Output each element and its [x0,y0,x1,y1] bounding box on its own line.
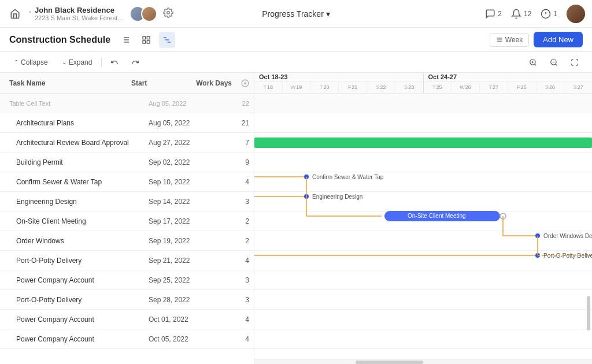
add-new-button[interactable]: Add New [534,32,583,47]
table-row[interactable]: Power Company Account Oct 01, 2022 4 [0,310,254,329]
task-start-cell: Sep 02, 2022 [144,158,208,166]
task-days-cell: 21 [208,119,254,127]
project-address: 2223 S Main St, Wake Forest... [35,14,123,21]
task-table-header: Task Name Start Work Days [0,73,254,94]
task-name-cell: Confirm Sewer & Water Tap [0,178,144,186]
collapse-button[interactable]: ⌃ Collapse [9,57,53,68]
task-days-cell: 2 [208,217,254,225]
main-content: Task Name Start Work Days Table Cell Tex… [0,73,592,364]
gantt-week-labels: Oct 18-23 Oct 24-27 [254,73,592,82]
task-panel: Task Name Start Work Days Table Cell Tex… [0,73,254,364]
page-title: Construction Schedule [9,35,110,45]
gantt-day-labels: T18 W19 T20 F21 S22 S23 T25 W26 T27 F25 … [254,82,592,93]
week-label-1: Oct 18-23 [254,73,424,81]
task-name-cell: Power Company Account [0,276,144,284]
day-col: T20 [311,82,339,93]
comments-button[interactable]: 2 [485,9,502,19]
task-days-cell: 7 [208,139,254,147]
expand-button[interactable]: ⌄ Expand [57,57,97,68]
notifications-button[interactable]: 12 [511,9,531,19]
table-row[interactable]: Architectural Plans Aug 05, 2022 21 [0,113,254,133]
progress-tracker-button[interactable]: Progress Tracker ▾ [257,7,335,21]
day-col: F25 [508,82,536,93]
task-rows: Table Cell Text Aug 05, 2022 22 Architec… [0,94,254,364]
gantt-task-label: Order Windows Design [543,233,592,239]
task-name-cell: Engineering Design [0,198,144,206]
task-name-cell: Architectural Plans [0,119,144,127]
gantt-body: Confirm Sewer & Water Tap Engineering De… [254,94,592,364]
day-col: S22 [367,82,395,93]
alerts-button[interactable]: 1 [541,9,557,19]
task-start-cell: Sep 25, 2022 [144,276,208,284]
table-row[interactable]: Power Company Account Oct 05, 2022 4 [0,329,254,349]
task-days-cell: 22 [208,100,254,107]
day-col: W26 [452,82,480,93]
table-row[interactable]: Building Permit Sep 02, 2022 9 [0,153,254,172]
gantt-task-label: Confirm Sewer & Water Tap [312,174,384,180]
day-col: F21 [339,82,367,93]
col-header-days: Work Days [190,79,236,87]
toolbar-left: ⌃ Collapse ⌄ Expand [9,54,143,70]
gantt-panel: Oct 18-23 Oct 24-27 T18 W19 T20 F21 S22 … [254,73,592,364]
table-row[interactable]: Port-O-Potty Delivery Sep 28, 2022 3 [0,290,254,310]
table-row[interactable]: Confirm Sewer & Water Tap Sep 10, 2022 4 [0,172,254,192]
table-row[interactable]: Architectural Review Board Approval Aug … [0,133,254,153]
home-icon[interactable] [7,6,23,22]
task-name-cell: Port-O-Potty Delivery [0,257,144,265]
user-avatar[interactable] [567,5,585,23]
gantt-bar-green [254,138,592,148]
table-row[interactable]: On-Site Client Meeting Sep 17, 2022 2 [0,211,254,231]
task-name-cell: Table Cell Text [0,100,144,107]
task-days-cell: 4 [208,335,254,343]
task-start-cell: Sep 17, 2022 [144,217,208,225]
undo-button[interactable] [106,54,123,70]
table-row[interactable]: Order Windows Sep 19, 2022 2 [0,231,254,251]
expand-label: Expand [69,58,92,66]
settings-icon[interactable] [163,8,173,20]
task-start-cell: Sep 19, 2022 [144,237,208,245]
day-col: T27 [480,82,508,93]
table-row[interactable]: Power Company Account Sep 25, 2022 3 [0,270,254,290]
gantt-view-button[interactable] [159,32,175,48]
task-days-cell: 4 [208,257,254,265]
task-days-cell: 9 [208,158,254,166]
gantt-task-label: Engineering Design [312,194,362,200]
zoom-in-button[interactable] [525,54,541,70]
redo-button[interactable] [127,54,143,70]
collapse-label: Collapse [21,58,48,66]
fullscreen-button[interactable] [567,54,583,70]
svg-point-0 [167,11,170,14]
table-row[interactable]: Table Cell Text Aug 05, 2022 22 [0,94,254,113]
table-row[interactable]: Port-O-Potty Delivery Sep 21, 2022 4 [0,251,254,270]
day-col: S27 [564,82,592,93]
project-avatars[interactable] [130,6,173,22]
day-col: T25 [424,82,452,93]
task-days-cell: 3 [208,276,254,284]
week-label: Week [505,36,523,44]
project-name: John Black Residence [35,6,123,14]
task-start-cell: Sep 28, 2022 [144,296,208,304]
task-name-cell: Port-O-Potty Delivery [0,296,144,304]
gantt-header: Oct 18-23 Oct 24-27 T18 W19 T20 F21 S22 … [254,73,592,94]
add-column-button[interactable] [236,79,254,87]
comments-count: 2 [498,10,502,18]
task-start-cell: Aug 27, 2022 [144,139,208,147]
toolbar: ⌃ Collapse ⌄ Expand [0,52,592,73]
week-selector[interactable]: Week [490,33,529,47]
col-header-name: Task Name [0,79,127,87]
progress-tracker-label: Progress Tracker [262,9,324,18]
zoom-out-button[interactable] [546,54,562,70]
scrollbar-thumb[interactable] [356,361,423,364]
week-label-2: Oct 24-27 [424,73,593,81]
svg-rect-10 [143,36,146,39]
project-info[interactable]: ⌃ John Black Residence 2223 S Main St, W… [28,6,123,21]
gantt-chart-svg: Confirm Sewer & Water Tap Engineering De… [254,94,592,364]
grid-view-button[interactable] [138,32,154,48]
table-row[interactable]: Engineering Design Sep 14, 2022 3 [0,192,254,211]
task-name-cell: Power Company Account [0,315,144,324]
sub-navigation: Construction Schedule Week Add New [0,28,592,52]
task-name-cell: Architectural Review Board Approval [0,139,144,147]
list-view-button[interactable] [117,32,134,48]
horizontal-scrollbar[interactable] [254,359,592,364]
task-days-cell: 3 [208,296,254,304]
